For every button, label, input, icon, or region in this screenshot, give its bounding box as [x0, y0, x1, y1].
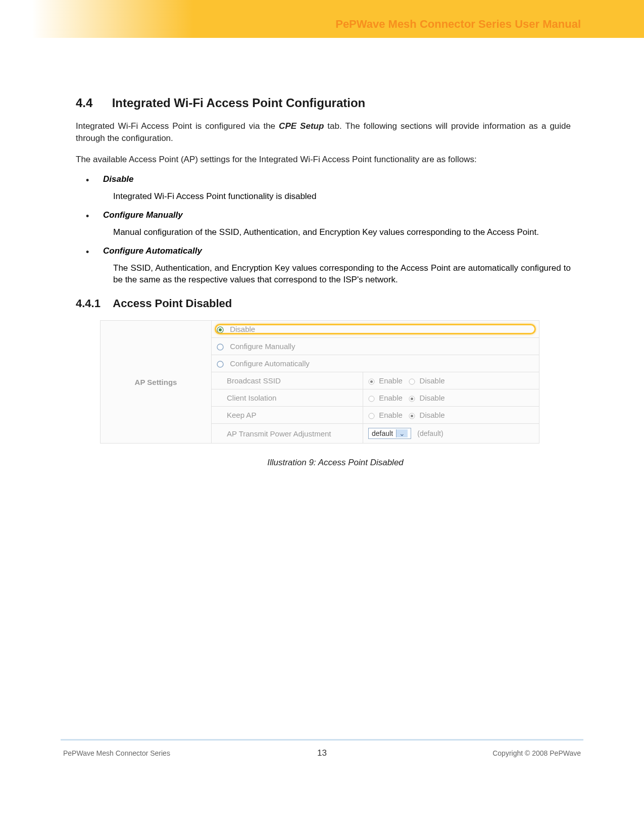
- highlight-border: [215, 324, 536, 334]
- bullet-desc: The SSID, Authentication, and Encryption…: [113, 262, 571, 286]
- bullet-label: Configure Manually: [103, 210, 183, 220]
- footer-divider: [61, 739, 583, 741]
- enable-label: Enable: [379, 376, 403, 385]
- svg-point-12: [411, 415, 413, 417]
- svg-point-1: [219, 328, 222, 331]
- ap-settings-label: AP Settings: [101, 321, 212, 444]
- default-suffix: (default): [417, 429, 443, 437]
- bullet-desc: Integrated Wi-Fi Access Point functional…: [113, 190, 571, 203]
- keep-ap-label: Keep AP: [212, 407, 363, 424]
- section-number: 4.4: [76, 96, 109, 110]
- bullet-label: Configure Automatically: [103, 246, 202, 256]
- bullet-label: Disable: [103, 174, 133, 184]
- svg-point-9: [411, 398, 413, 400]
- svg-point-10: [369, 413, 374, 419]
- intro-paragraph: Integrated Wi-Fi Access Point is configu…: [76, 120, 571, 144]
- disable-label: Disable: [420, 394, 445, 402]
- svg-point-7: [369, 396, 374, 402]
- cpe-setup-bold: CPE Setup: [279, 121, 324, 131]
- client-isolation-label: Client Isolation: [212, 389, 363, 407]
- radio-unselected-icon: [368, 396, 375, 402]
- illustration-caption: Illustration 9: Access Point Disabled: [100, 458, 571, 468]
- radio-selected-icon: [409, 396, 415, 402]
- bullet-icon: •: [86, 246, 91, 259]
- ap-settings-table: AP Settings Disable Configure Manually: [100, 320, 539, 444]
- screenshot-container: AP Settings Disable Configure Manually: [100, 320, 571, 468]
- tx-power-label: AP Transmit Power Adjustment: [212, 424, 363, 444]
- radio-auto-label: Configure Automatically: [230, 359, 310, 368]
- radio-selected-icon: [409, 413, 415, 419]
- tx-power-select[interactable]: default⌄: [368, 428, 411, 439]
- footer-left: PePWave Mesh Connector Series: [63, 749, 170, 757]
- client-isolation-value[interactable]: Enable Disable: [363, 389, 539, 407]
- svg-point-3: [217, 361, 223, 367]
- radio-disable-row[interactable]: Disable: [212, 321, 539, 338]
- enable-label: Enable: [379, 394, 403, 402]
- bullet-list: • Disable Integrated Wi-Fi Access Point …: [86, 174, 571, 286]
- svg-point-5: [370, 380, 373, 383]
- radio-unselected-icon: [368, 413, 375, 419]
- subsection-heading: 4.4.1 Access Point Disabled: [76, 297, 571, 310]
- select-value: default: [372, 429, 393, 437]
- bullet-item-manual: • Configure Manually Manual configuratio…: [86, 210, 571, 238]
- disable-label: Disable: [420, 411, 445, 419]
- subsection-title: Access Point Disabled: [113, 297, 232, 310]
- radio-unselected-icon: [217, 361, 224, 368]
- subsection-number: 4.4.1: [76, 297, 110, 310]
- svg-point-2: [217, 344, 223, 350]
- intro-text-1: Integrated Wi-Fi Access Point is configu…: [76, 121, 279, 131]
- disable-label: Disable: [420, 376, 445, 385]
- chevron-down-icon: ⌄: [396, 429, 408, 437]
- bullet-icon: •: [86, 210, 91, 223]
- main-content: 4.4 Integrated Wi-Fi Access Point Config…: [76, 96, 571, 468]
- page-number: 13: [317, 748, 327, 758]
- header-title: PePWave Mesh Connector Series User Manua…: [335, 18, 581, 31]
- bullet-desc: Manual configuration of the SSID, Authen…: [113, 226, 571, 238]
- broadcast-ssid-value[interactable]: Enable Disable: [363, 372, 539, 389]
- radio-auto-row[interactable]: Configure Automatically: [212, 355, 539, 372]
- bullet-icon: •: [86, 174, 91, 187]
- footer-right: Copyright © 2008 PePWave: [492, 749, 581, 757]
- radio-manual-row[interactable]: Configure Manually: [212, 338, 539, 355]
- tx-power-value: default⌄ (default): [363, 424, 539, 444]
- radio-selected-icon: [217, 326, 224, 333]
- radio-manual-label: Configure Manually: [230, 342, 295, 351]
- radio-unselected-icon: [217, 344, 224, 351]
- keep-ap-value[interactable]: Enable Disable: [363, 407, 539, 424]
- header-banner: PePWave Mesh Connector Series User Manua…: [0, 0, 644, 38]
- settings-intro: The available Access Point (AP) settings…: [76, 154, 571, 166]
- enable-label: Enable: [379, 411, 403, 419]
- section-title: Integrated Wi-Fi Access Point Configurat…: [112, 96, 366, 110]
- svg-point-6: [409, 379, 415, 384]
- section-heading: 4.4 Integrated Wi-Fi Access Point Config…: [76, 96, 571, 110]
- broadcast-ssid-label: Broadcast SSID: [212, 372, 363, 389]
- bullet-item-disable: • Disable Integrated Wi-Fi Access Point …: [86, 174, 571, 202]
- radio-disable-label: Disable: [230, 325, 255, 333]
- bullet-item-auto: • Configure Automatically The SSID, Auth…: [86, 246, 571, 286]
- radio-selected-icon: [368, 378, 375, 385]
- radio-unselected-icon: [409, 378, 415, 385]
